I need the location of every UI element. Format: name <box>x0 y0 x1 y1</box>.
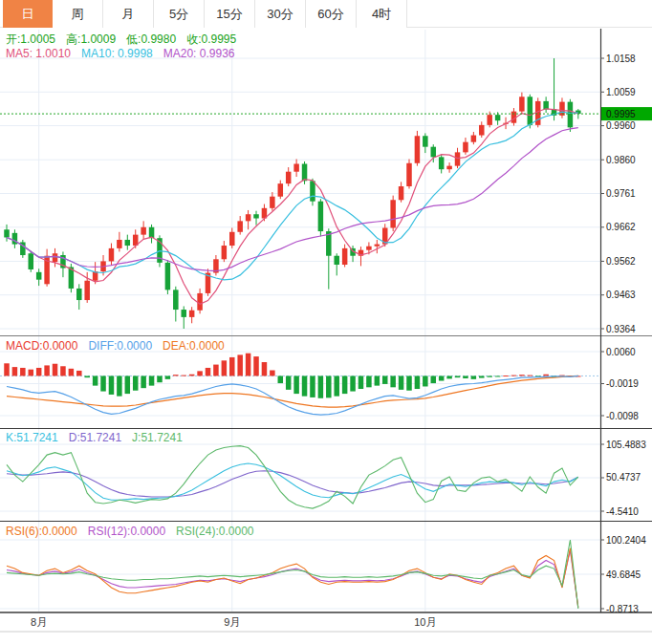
macd-axis-label: -0.0098 <box>606 411 639 421</box>
x-axis-month-label: 10月 <box>414 616 436 628</box>
timeframe-tab-7[interactable]: 4时 <box>357 0 407 28</box>
price-axis-label: 1.0158 <box>606 54 636 64</box>
price-axis-label: 0.9562 <box>606 256 636 267</box>
kdj-axis-label: 50.4737 <box>606 472 641 483</box>
kdj-axis-label: 105.4883 <box>606 440 646 450</box>
rsi-axis-label: 49.6845 <box>606 569 641 580</box>
price-axis-label: 0.9662 <box>606 222 636 232</box>
x-axis-month-label: 9月 <box>224 616 240 628</box>
diff-line <box>7 376 578 415</box>
ma5-line <box>7 109 578 304</box>
price-axis-label: 1.0059 <box>606 87 636 97</box>
rsi-axis-label: 100.2404 <box>606 535 646 546</box>
price-axis-label: 0.9860 <box>606 155 636 165</box>
rsi6-line <box>7 548 578 608</box>
price-axis-label: 0.9364 <box>606 324 636 334</box>
timeframe-tab-6[interactable]: 60分 <box>306 0 357 28</box>
macd-axis-label: -0.0019 <box>606 378 639 389</box>
timeframe-tab-3[interactable]: 5分 <box>154 0 205 28</box>
timeframe-tab-0[interactable]: 日 <box>3 0 53 28</box>
timeframe-tab-5[interactable]: 30分 <box>255 0 306 28</box>
timeframe-tab-bar: 日周月5分15分30分60分4时 <box>0 0 652 28</box>
x-axis-month-label: 8月 <box>31 616 47 628</box>
timeframe-tab-4[interactable]: 15分 <box>205 0 255 28</box>
ma20-line <box>7 128 578 271</box>
price-axis-label: 0.9761 <box>606 188 636 199</box>
kdj-k-line <box>7 463 578 500</box>
macd-axis-label: 0.0060 <box>606 347 636 357</box>
kdj-axis-label: -4.5410 <box>606 506 639 517</box>
last-price-badge-label: 0.9995 <box>606 109 636 119</box>
chart-canvas: 0.99951.01581.00590.99600.98600.97610.96… <box>0 0 652 644</box>
rsi12-line <box>7 550 578 608</box>
timeframe-tab-1[interactable]: 周 <box>53 0 103 28</box>
kdj-j-line <box>7 446 578 508</box>
price-axis-label: 0.9960 <box>606 120 636 131</box>
timeframe-tab-2[interactable]: 月 <box>103 0 154 28</box>
price-axis-label: 0.9463 <box>606 290 636 300</box>
dea-line <box>7 376 578 407</box>
rsi-axis-label: -0.8713 <box>606 604 639 614</box>
ma10-line <box>7 112 578 280</box>
kline-chart-screen: 日周月5分15分30分60分4时 0.99951.01581.00590.996… <box>0 0 652 644</box>
